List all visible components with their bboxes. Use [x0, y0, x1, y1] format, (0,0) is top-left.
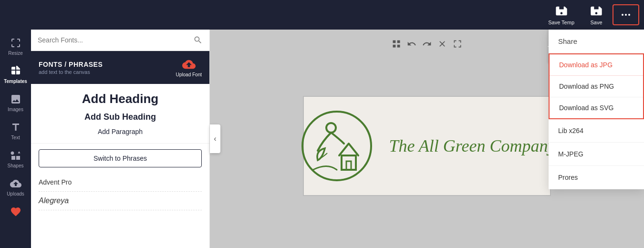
section-title: FONTS / PHRASES — [39, 61, 103, 68]
sidebar-item-images[interactable]: Images — [0, 90, 31, 116]
collapse-left-arrow[interactable]: ‹ — [210, 124, 220, 153]
toolbar: Save Temp Save — [0, 0, 644, 30]
dropdown-download-jpg[interactable]: Download as JPG — [550, 54, 643, 76]
switch-to-phrases-button[interactable]: Switch to Phrases — [39, 149, 202, 167]
canvas-frame: The All Green Company — [303, 96, 551, 196]
sidebar-item-templates[interactable]: Templates — [0, 62, 31, 88]
add-heading-button[interactable]: Add Heading — [82, 92, 158, 106]
dropdown-share[interactable]: Share — [549, 30, 644, 53]
dropdown-menu: Share Download as JPG Download as PNG Do… — [549, 30, 644, 189]
canvas-controls — [392, 39, 462, 49]
dropdown-overlay: ⌃ ⌄ Share Download as JPG Download as PN… — [549, 30, 644, 248]
dropdown-prores[interactable]: Prores — [549, 166, 644, 189]
sidebar-item-text[interactable]: Text — [0, 118, 31, 144]
sidebar-item-resize[interactable]: Resize — [0, 33, 31, 60]
sidebar-item-uploads[interactable]: Uploads — [0, 174, 31, 200]
grid-button[interactable] — [392, 39, 401, 49]
dropdown-download-svg[interactable]: Download as SVG — [550, 97, 643, 118]
font-item-alegreya[interactable]: Alegreya — [39, 192, 202, 210]
upload-font-button[interactable]: Upload Font — [176, 58, 202, 77]
sidebar-item-shapes[interactable]: Shapes — [0, 146, 31, 172]
icon-sidebar: Resize Templates Images Text Shapes Uplo… — [0, 30, 31, 248]
svg-rect-5 — [342, 155, 356, 170]
text-options: Add Heading Add Sub Heading Add Paragrap… — [31, 84, 209, 144]
close-canvas-button[interactable] — [437, 39, 447, 49]
left-panel: FONTS / PHRASES add text to the canvas U… — [31, 30, 210, 248]
add-subheading-button[interactable]: Add Sub Heading — [84, 112, 156, 122]
download-group: Download as JPG Download as PNG Download… — [549, 53, 644, 119]
undo-button[interactable] — [407, 39, 416, 49]
font-item-advent-pro[interactable]: Advent Pro — [39, 173, 202, 192]
logo-text: The All Green Company — [389, 136, 556, 156]
svg-rect-6 — [346, 161, 351, 170]
main-area: Resize Templates Images Text Shapes Uplo… — [0, 30, 644, 248]
font-list: Advent Pro Alegreya — [31, 173, 209, 248]
section-subtitle: add text to the canvas — [39, 69, 103, 75]
search-bar — [31, 30, 209, 51]
search-icon[interactable] — [193, 35, 203, 45]
logo-svg — [299, 108, 375, 184]
search-input[interactable] — [38, 36, 189, 44]
svg-point-4 — [326, 123, 336, 133]
add-paragraph-button[interactable]: Add Paragraph — [98, 128, 143, 135]
panel-header: FONTS / PHRASES add text to the canvas U… — [31, 51, 209, 84]
dropdown-download-png[interactable]: Download as PNG — [550, 76, 643, 97]
fullscreen-button[interactable] — [453, 39, 462, 49]
sidebar-item-favorites[interactable] — [0, 202, 31, 223]
upload-font-label: Upload Font — [176, 72, 202, 77]
dropdown-m-jpeg[interactable]: M-JPEG — [549, 143, 644, 166]
dropdown-lib-x264[interactable]: Lib x264 — [549, 119, 644, 143]
redo-button[interactable] — [422, 39, 432, 49]
